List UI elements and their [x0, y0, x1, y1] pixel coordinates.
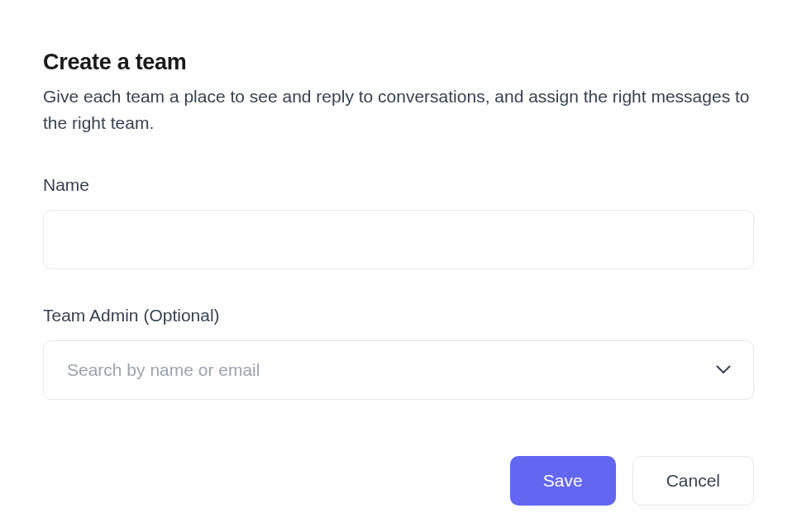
cancel-button[interactable]: Cancel: [632, 456, 754, 506]
modal-title: Create a team: [43, 50, 754, 75]
name-input[interactable]: [43, 210, 754, 269]
team-admin-select[interactable]: Search by name or email: [43, 340, 754, 400]
team-admin-label: Team Admin (Optional): [43, 306, 754, 325]
team-admin-placeholder: Search by name or email: [67, 360, 260, 380]
save-button[interactable]: Save: [510, 456, 616, 506]
team-admin-select-wrap: Search by name or email: [43, 340, 754, 400]
name-field-group: Name: [43, 175, 754, 269]
button-row: Save Cancel: [510, 456, 754, 506]
modal-subtitle: Give each team a place to see and reply …: [43, 83, 754, 135]
team-admin-field-group: Team Admin (Optional) Search by name or …: [43, 306, 754, 400]
name-label: Name: [43, 175, 754, 195]
